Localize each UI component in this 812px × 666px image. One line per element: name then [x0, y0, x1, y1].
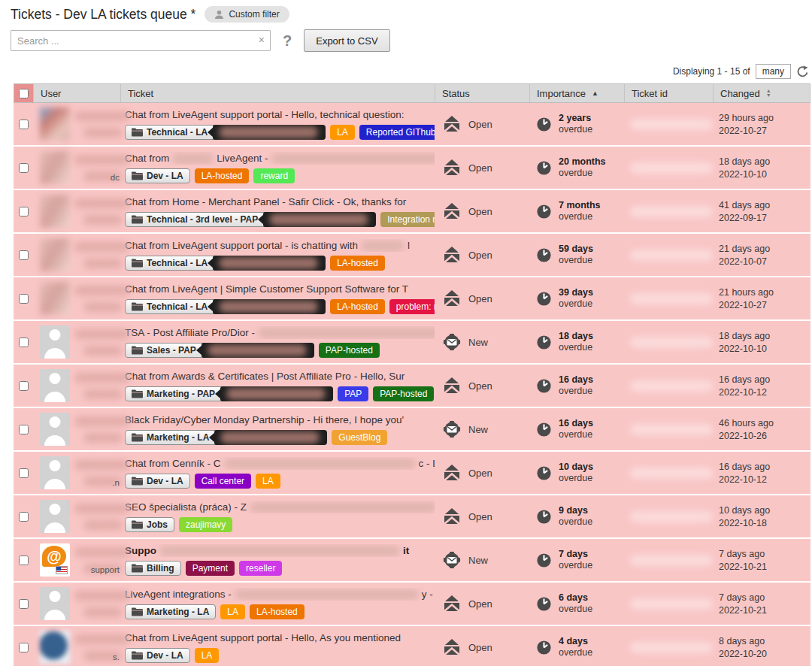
column-header-importance[interactable]: Importance ▲	[530, 84, 625, 102]
select-all-cell[interactable]	[14, 84, 34, 102]
column-header-ticket-id[interactable]: Ticket id	[625, 84, 714, 102]
ticket-row[interactable]: Chat from LiveAgent support portal - Hel…	[14, 103, 810, 147]
clear-search-icon[interactable]: ×	[259, 34, 265, 46]
search-input[interactable]	[11, 30, 271, 51]
ticket-row[interactable]: SEO špecialista (práca) - ZorJobszaujima…	[14, 495, 810, 539]
ticket-subject[interactable]: Chat from LiveAgent support portal - Hel…	[125, 631, 435, 644]
row-checkbox[interactable]	[19, 207, 29, 216]
changed-relative: 29 hours ago	[719, 113, 810, 123]
department-tag[interactable]: Marketing - LA	[125, 430, 327, 445]
department-tag[interactable]: Technical - LA	[125, 256, 326, 271]
department-tag[interactable]: Technical - LA	[125, 299, 326, 314]
tag-badge[interactable]: LA	[195, 648, 220, 663]
row-checkbox[interactable]	[19, 381, 29, 391]
tag-badge[interactable]: Payment	[186, 561, 235, 576]
ticket-subject[interactable]: Black Friday/Cyber Monday Partnership - …	[125, 413, 435, 426]
department-tag[interactable]: Technical - 3rd level - PAP	[125, 212, 376, 227]
ticket-subject[interactable]: Chat from LiveAgent | Simple Customer Su…	[125, 283, 435, 295]
ticket-row[interactable]: @supportSuppoitBillingPaymentresellerNew…	[14, 539, 810, 583]
department-tag[interactable]: Dev - LA	[125, 474, 190, 489]
department-tag[interactable]: Dev - LA	[125, 648, 190, 663]
importance-cell: 4 daysoverdue	[529, 626, 624, 666]
ticket-row[interactable]: TSA - Post Affiliate Pro/Dior -Sales - P…	[14, 321, 810, 365]
department-tag[interactable]: Technical - LA	[125, 125, 326, 140]
ticket-row[interactable]: LiveAgent integrations -y -Marketing - L…	[14, 583, 810, 626]
tag-badge[interactable]: GuestBlog	[332, 430, 387, 445]
row-checkbox[interactable]	[19, 338, 29, 347]
total-count-box[interactable]: many	[756, 64, 791, 79]
overdue-duration: 9 days	[559, 505, 592, 516]
ticket-row[interactable]: Black Friday/Cyber Monday Partnership - …	[14, 408, 810, 452]
column-header-changed[interactable]: Changed ▲▼	[714, 84, 811, 102]
tag-badge[interactable]: Call center	[195, 474, 251, 489]
department-tag[interactable]: Sales - PAP	[125, 343, 314, 358]
department-tag[interactable]: Jobs	[125, 517, 174, 532]
ticket-subject[interactable]: Chat from Awards & Certificates | Post A…	[125, 370, 435, 383]
ticket-subject[interactable]: SEO špecialista (práca) - Zor	[125, 501, 435, 513]
ticket-subject[interactable]: Chat from LiveAgent support portal - Hel…	[125, 108, 435, 121]
ticket-row[interactable]: Chat from LiveAgent support portal - is …	[14, 234, 810, 277]
ticket-row[interactable]: Chat from Awards & Certificates | Post A…	[14, 365, 810, 408]
department-label: Jobs	[147, 519, 168, 530]
custom-filter-pill[interactable]: Custom filter	[205, 6, 289, 23]
department-label: Dev - LA	[147, 476, 183, 486]
column-header-status[interactable]: Status	[435, 84, 530, 102]
department-tag[interactable]: Marketing - LA	[125, 604, 216, 619]
row-checkbox[interactable]	[19, 643, 29, 652]
row-checkbox[interactable]	[19, 250, 29, 260]
ticket-subject[interactable]: TSA - Post Affiliate Pro/Dior -	[125, 326, 435, 339]
redacted-subject-text	[159, 546, 400, 556]
select-all-checkbox[interactable]	[19, 89, 29, 98]
changed-date: 2022-10-27	[719, 300, 810, 310]
tag-badge[interactable]: LA-hosted	[195, 168, 250, 183]
ticket-subject[interactable]: Chat from LiveAgent support portal - is …	[125, 239, 435, 252]
ticket-row[interactable]: .nChat from Cenník - Cc - LiveAgeDev - L…	[14, 452, 810, 495]
row-checkbox[interactable]	[19, 120, 29, 129]
ticket-row[interactable]: dcChat fromLiveAgent -Dev - LALA-hostedr…	[14, 147, 810, 190]
user-avatar	[40, 107, 70, 141]
row-checkbox[interactable]	[19, 512, 29, 522]
department-tag[interactable]: Billing	[125, 561, 181, 576]
redacted-ticket-id	[630, 206, 713, 217]
ticket-row[interactable]: Chat from LiveAgent | Simple Customer Su…	[14, 277, 810, 321]
tag-badge[interactable]: LA-hosted	[330, 256, 385, 271]
tag-badge[interactable]: LA	[220, 604, 245, 619]
column-header-ticket[interactable]: Ticket	[121, 84, 435, 102]
tag-badge[interactable]: Integration metho	[380, 212, 435, 227]
row-checkbox[interactable]	[19, 599, 29, 609]
ticket-subject[interactable]: LiveAgent integrations -y -	[125, 588, 435, 601]
tag-badge[interactable]: LA	[256, 474, 280, 489]
row-checkbox[interactable]	[19, 556, 29, 565]
row-checkbox[interactable]	[19, 425, 29, 434]
help-icon[interactable]: ?	[283, 32, 292, 50]
tag-badge[interactable]: PAP	[338, 386, 368, 401]
tag-badge[interactable]: PAP-hosted	[319, 343, 380, 358]
tag-badge[interactable]: Reported GIThub	[359, 125, 435, 140]
table-header-row: User Ticket Status Importance ▲ Ticket i…	[14, 83, 810, 103]
tag-badge[interactable]: LA	[330, 125, 355, 140]
ticket-subject[interactable]: Suppoit	[125, 544, 435, 557]
department-tag[interactable]: Dev - LA	[125, 168, 190, 183]
ticket-row[interactable]: s.Chat from LiveAgent support portal - H…	[14, 626, 810, 666]
overdue-duration: 39 days	[559, 287, 593, 298]
row-checkbox[interactable]	[19, 163, 29, 173]
export-csv-button[interactable]: Export to CSV	[304, 29, 389, 52]
ticket-subject[interactable]: Chat from Home - Merchant Panel - Safir …	[125, 195, 435, 208]
tag-badge[interactable]: LA-hosted	[330, 299, 385, 314]
ticket-subject[interactable]: Chat fromLiveAgent -	[125, 152, 435, 165]
tag-badge[interactable]: reward	[253, 168, 295, 183]
tag-badge[interactable]: problem: repo	[389, 299, 435, 314]
refresh-icon[interactable]	[796, 65, 809, 78]
row-checkbox[interactable]	[19, 468, 29, 478]
tag-badge[interactable]: LA-hosted	[250, 604, 304, 619]
column-header-user[interactable]: User	[34, 84, 121, 102]
tag-badge[interactable]: zaujimavy	[179, 517, 232, 532]
row-checkbox[interactable]	[19, 294, 29, 304]
tag-badge[interactable]: reseller	[239, 561, 282, 576]
department-tag[interactable]: Marketing - PAP	[125, 386, 333, 401]
ticket-row[interactable]: Chat from Home - Merchant Panel - Safir …	[14, 190, 810, 234]
status-label: Open	[468, 511, 492, 522]
status-cell: Open	[435, 365, 529, 407]
tag-badge[interactable]: PAP-hosted	[373, 386, 434, 401]
ticket-subject[interactable]: Chat from Cenník - Cc - LiveAge	[125, 457, 435, 470]
